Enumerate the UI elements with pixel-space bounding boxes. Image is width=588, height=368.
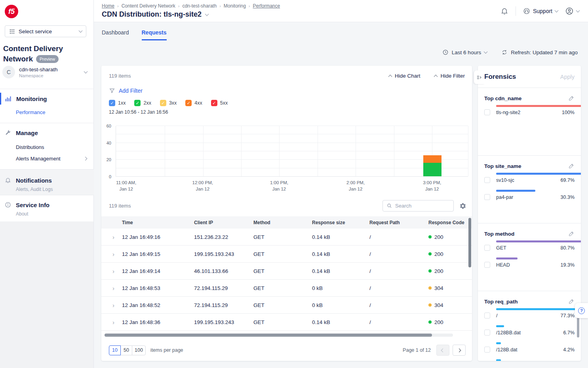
forensics-item-checkbox[interactable] <box>484 330 490 336</box>
breadcrumb-item[interactable]: cdn-test-sharath <box>182 3 217 9</box>
edit-section-button[interactable] <box>568 298 575 305</box>
support-menu[interactable]: Support <box>523 8 558 15</box>
forensics-item-checkbox[interactable] <box>484 262 490 268</box>
row-expander-icon[interactable]: › <box>101 251 122 257</box>
row-expander-icon[interactable]: › <box>101 319 122 326</box>
apply-button[interactable]: Apply <box>560 74 575 80</box>
cell-method: GET <box>253 268 312 274</box>
tab-dashboard[interactable]: Dashboard <box>102 29 129 40</box>
sidebar-footer-area <box>0 221 93 368</box>
sidebar-item-distributions[interactable]: Distributions <box>16 144 94 150</box>
forensics-item-checkbox[interactable] <box>484 177 490 183</box>
forensics-collapse-button[interactable] <box>474 71 485 84</box>
row-expander-icon[interactable]: › <box>101 285 122 292</box>
table-row[interactable]: ›12 Jan 16:48:36199.195.193.243GET0.14 k… <box>101 314 472 331</box>
table-row[interactable]: ›12 Jan 16:49:15199.195.193.243GET0.14 k… <box>101 246 472 263</box>
next-page-button[interactable] <box>453 345 466 356</box>
chart-gridline-h <box>116 151 468 151</box>
help-button[interactable]: ? <box>575 303 588 318</box>
forensics-item-checkbox[interactable] <box>484 194 490 200</box>
status-filter-5xx[interactable]: ✓5xx <box>211 100 228 106</box>
forensics-item-bar <box>496 190 535 192</box>
table-row[interactable]: ›12 Jan 16:48:5372.194.115.29GET0 kB/304 <box>101 280 472 297</box>
account-menu[interactable] <box>565 7 579 15</box>
previous-page-button[interactable] <box>436 345 449 356</box>
row-expander-icon[interactable]: › <box>101 268 122 275</box>
forensics-item-checkbox[interactable] <box>484 347 490 353</box>
forensics-item-checkbox[interactable] <box>484 245 490 251</box>
refresh-button[interactable]: Refresh: Updated 7 min ago <box>501 49 578 55</box>
breadcrumb-item[interactable]: Home <box>102 3 114 9</box>
notifications-bell-button[interactable] <box>500 7 508 15</box>
forensics-item-label: /128BB.dat <box>496 330 521 336</box>
forensics-section-title: Top req_path <box>484 299 518 305</box>
cell-time: 12 Jan 16:49:15 <box>122 251 194 257</box>
forensics-item-label: HEAD <box>496 262 510 268</box>
edit-section-button[interactable] <box>568 231 575 237</box>
select-service-dropdown[interactable]: Select service <box>5 25 86 37</box>
page-size-group: 1050100 <box>109 345 146 355</box>
sidebar-item-service-info[interactable]: Service Info <box>0 200 94 210</box>
status-filter-3xx[interactable]: ✓3xx <box>160 100 177 106</box>
chart-x-axis: 11:00 AM,Jan 1212:00 PM,Jan 121:00 PM,Ja… <box>116 180 468 193</box>
support-headset-icon <box>523 8 530 15</box>
table-vertical-scrollbar[interactable] <box>468 218 471 267</box>
sidebar-item-notifications[interactable]: Notifications <box>0 175 94 185</box>
page-size-button-100[interactable]: 100 <box>132 345 146 355</box>
table-row[interactable]: ›12 Jan 16:49:16151.236.23.22GET0.14 kB/… <box>101 229 472 246</box>
chevron-up-icon <box>388 75 392 79</box>
namespace-selector[interactable]: C cdn-test-sharath Namespace <box>2 66 91 78</box>
forensics-item-checkbox[interactable] <box>484 313 490 318</box>
status-filter-1xx[interactable]: ✓1xx <box>109 100 126 106</box>
hide-filter-button[interactable]: Hide Filter <box>434 73 465 79</box>
chart-gridline-v <box>318 126 318 176</box>
grid-icon <box>9 29 15 34</box>
checkbox-checked-icon: ✓ <box>134 100 141 106</box>
forensics-panel: Forensics Apply Top cdn_nametls-ng-site2… <box>478 66 581 361</box>
chart-gridline-v <box>241 126 242 176</box>
sidebar-item-manage[interactable]: Manage <box>0 128 94 138</box>
sidebar-item-performance[interactable]: Performance <box>16 109 94 115</box>
time-range-selector[interactable]: Last 6 hours <box>442 49 487 55</box>
gear-icon <box>459 202 466 210</box>
table-row[interactable]: ›12 Jan 16:48:5272.194.115.29GET0 kB/304 <box>101 297 472 314</box>
sidebar-item-alerts-management[interactable]: Alerts Management <box>16 156 94 162</box>
cell-response_size: 0 kB <box>312 302 369 308</box>
chart-bar-segment-2xx <box>423 163 441 176</box>
status-filter-4xx[interactable]: ✓4xx <box>185 100 202 106</box>
cell-method: GET <box>253 302 312 308</box>
divider <box>0 195 94 195</box>
breadcrumb-item[interactable]: Content Delivery Network <box>122 3 175 9</box>
breadcrumb-item[interactable]: Monitoring <box>224 3 246 9</box>
page-title: CDN Distribution: tls-ng-site2 <box>102 10 202 19</box>
cell-request_path: / <box>369 302 428 308</box>
tab-requests[interactable]: Requests <box>142 29 167 40</box>
scrollbar-thumb[interactable] <box>105 334 432 337</box>
breadcrumb-item[interactable]: Performance <box>253 3 280 9</box>
search-input[interactable] <box>395 203 450 209</box>
table-horizontal-scrollbar[interactable] <box>105 334 453 337</box>
add-filter-button[interactable]: Add Filter <box>109 88 143 94</box>
f5-logo[interactable]: f5 <box>5 5 18 18</box>
sidebar: f5 Select service Content Delivery Netwo… <box>0 0 94 368</box>
page-size-button-10[interactable]: 10 <box>109 345 121 355</box>
hide-chart-button[interactable]: Hide Chart <box>389 73 421 79</box>
forensics-section: Top site_namesv10-sjc69.7%pa4-par30.3% <box>478 156 581 223</box>
forensics-item-label: / <box>496 313 497 318</box>
table-row[interactable]: ›12 Jan 16:49:1446.101.133.66GET0.14 kB/… <box>101 263 472 280</box>
edit-section-button[interactable] <box>568 95 575 101</box>
row-expander-icon[interactable]: › <box>101 302 122 309</box>
table-settings-button[interactable] <box>459 202 466 210</box>
forensics-item-label: pa4-par <box>496 194 513 200</box>
edit-section-button[interactable] <box>568 163 575 169</box>
forensics-item-label: sv10-sjc <box>496 177 514 183</box>
sidebar-item-monitoring[interactable]: Monitoring <box>0 93 94 104</box>
cell-request_path: / <box>369 268 428 274</box>
row-expander-icon[interactable]: › <box>101 234 122 240</box>
forensics-item-checkbox[interactable] <box>484 109 490 115</box>
forensics-section-title: Top cdn_name <box>484 95 521 101</box>
status-filter-2xx[interactable]: ✓2xx <box>134 100 151 106</box>
chart-x-tick: 3:00 PM,Jan 12 <box>423 180 441 192</box>
page-size-button-50[interactable]: 50 <box>120 345 132 355</box>
page-title-dropdown[interactable]: CDN Distribution: tls-ng-site2 <box>102 10 208 19</box>
